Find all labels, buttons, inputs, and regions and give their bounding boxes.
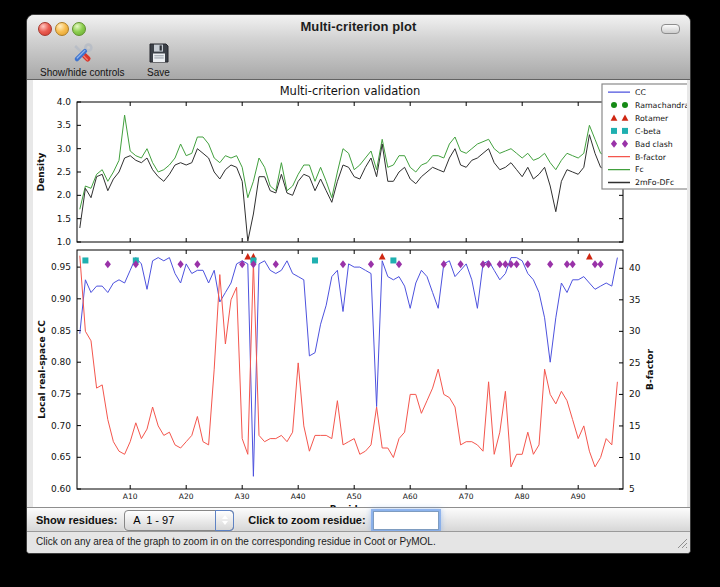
save-button[interactable]: Save bbox=[144, 38, 174, 79]
svg-text:10: 10 bbox=[629, 452, 641, 462]
svg-text:30: 30 bbox=[629, 326, 641, 336]
svg-text:0.80: 0.80 bbox=[51, 357, 71, 367]
svg-text:0.85: 0.85 bbox=[51, 326, 71, 336]
svg-text:3.0: 3.0 bbox=[57, 144, 72, 154]
series-CC bbox=[80, 258, 618, 477]
svg-text:A30: A30 bbox=[235, 492, 250, 501]
svg-text:Multi-criterion validation: Multi-criterion validation bbox=[280, 84, 421, 98]
tools-icon bbox=[69, 39, 96, 67]
show-hide-controls-label: Show/hide controls bbox=[40, 67, 125, 78]
controls-bar: Show residues: A 1 - 97 Click to zoom re… bbox=[27, 507, 690, 532]
show-hide-controls-button[interactable]: Show/hide controls bbox=[37, 38, 128, 79]
svg-text:0.65: 0.65 bbox=[51, 452, 71, 462]
window-title: Multi-criterion plot bbox=[27, 19, 690, 34]
series-Fc bbox=[80, 115, 618, 209]
toolbar: Show/hide controls Save bbox=[27, 37, 690, 79]
svg-text:15: 15 bbox=[629, 421, 640, 431]
svg-text:2.0: 2.0 bbox=[57, 190, 72, 200]
svg-text:0.95: 0.95 bbox=[51, 262, 71, 272]
svg-text:25: 25 bbox=[629, 358, 640, 368]
zoom-residue-input[interactable] bbox=[373, 511, 439, 530]
svg-text:Density: Density bbox=[36, 153, 46, 192]
svg-text:0.90: 0.90 bbox=[51, 294, 71, 304]
validation-figure[interactable]: Multi-criterion validation1.01.52.02.53.… bbox=[33, 80, 687, 507]
toolbar-toggle-lozenge-button[interactable] bbox=[661, 24, 680, 34]
svg-text:4.0: 4.0 bbox=[57, 97, 72, 107]
svg-text:B-factor: B-factor bbox=[645, 349, 655, 390]
multi-criterion-plot[interactable]: Multi-criterion validation1.01.52.02.53.… bbox=[33, 80, 687, 507]
residue-range-select[interactable]: A 1 - 97 bbox=[124, 510, 234, 531]
svg-text:A70: A70 bbox=[459, 492, 474, 501]
svg-text:A90: A90 bbox=[571, 492, 586, 501]
markers-rotamer bbox=[244, 253, 592, 259]
status-text: Click on any area of the graph to zoom i… bbox=[36, 536, 436, 547]
svg-text:3.5: 3.5 bbox=[57, 120, 71, 130]
zoom-residue-label: Click to zoom residue: bbox=[248, 514, 365, 526]
show-residues-label: Show residues: bbox=[36, 514, 117, 526]
svg-text:CC: CC bbox=[635, 88, 646, 97]
status-bar: Click on any area of the graph to zoom i… bbox=[27, 531, 690, 553]
bottom-plot-cc-bfactor[interactable]: 0.600.650.700.750.800.850.900.9551015202… bbox=[37, 250, 655, 507]
svg-text:40: 40 bbox=[629, 263, 641, 273]
series-2mFo-DFc bbox=[80, 135, 618, 241]
svg-text:A20: A20 bbox=[179, 492, 194, 501]
select-stepper-icon bbox=[215, 510, 234, 531]
save-button-label: Save bbox=[147, 67, 170, 78]
svg-text:A80: A80 bbox=[515, 492, 530, 501]
svg-text:C-beta: C-beta bbox=[635, 127, 661, 136]
svg-text:0.60: 0.60 bbox=[51, 484, 71, 494]
plot-legend: CCRamachandranRotamerC-betaBad clashB-fa… bbox=[602, 84, 687, 189]
svg-text:Bad clash: Bad clash bbox=[635, 140, 673, 149]
svg-text:2mFo-DFc: 2mFo-DFc bbox=[635, 178, 674, 187]
resize-grip[interactable] bbox=[675, 536, 688, 551]
svg-text:0.75: 0.75 bbox=[51, 389, 71, 399]
svg-text:1.5: 1.5 bbox=[57, 214, 71, 224]
svg-text:35: 35 bbox=[629, 295, 640, 305]
svg-text:Local real-space CC: Local real-space CC bbox=[37, 320, 47, 419]
titlebar[interactable]: Multi-criterion plot bbox=[27, 15, 690, 37]
top-plot-density[interactable]: Multi-criterion validation1.01.52.02.53.… bbox=[36, 84, 623, 247]
svg-text:A60: A60 bbox=[403, 492, 418, 501]
app-window: Multi-criterion plot bbox=[26, 14, 691, 554]
svg-text:A50: A50 bbox=[347, 492, 362, 501]
svg-text:Ramachandran: Ramachandran bbox=[635, 101, 687, 110]
svg-text:A10: A10 bbox=[123, 492, 138, 501]
svg-text:B-factor: B-factor bbox=[635, 153, 667, 162]
svg-text:5: 5 bbox=[629, 484, 635, 494]
residue-range-value: A 1 - 97 bbox=[125, 514, 174, 526]
svg-text:A40: A40 bbox=[291, 492, 306, 501]
svg-text:20: 20 bbox=[629, 389, 641, 399]
window-chrome: Multi-criterion plot bbox=[27, 15, 690, 80]
svg-text:Fc: Fc bbox=[635, 165, 644, 174]
save-icon bbox=[147, 39, 171, 67]
svg-text:Rotamer: Rotamer bbox=[635, 114, 669, 123]
svg-text:2.5: 2.5 bbox=[57, 167, 71, 177]
svg-text:0.70: 0.70 bbox=[51, 421, 71, 431]
svg-text:1.0: 1.0 bbox=[57, 237, 72, 247]
